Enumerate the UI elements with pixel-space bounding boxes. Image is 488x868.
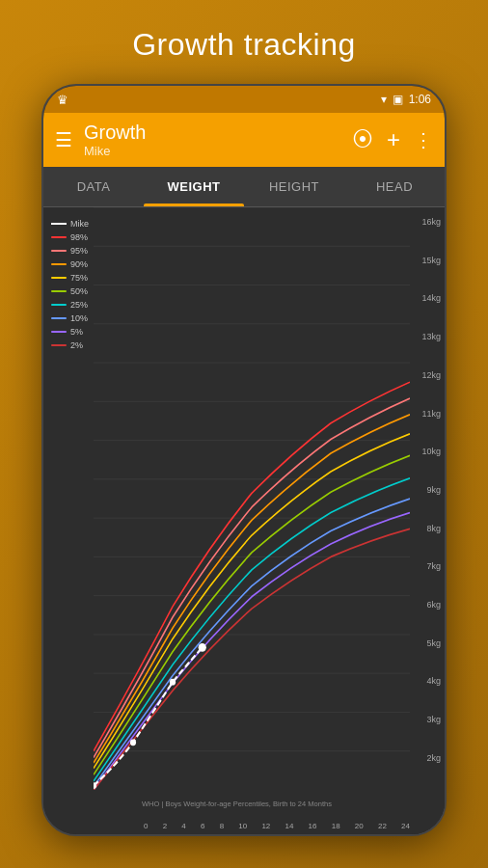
app-title: Growth bbox=[84, 121, 340, 144]
legend-item-75: 75% bbox=[51, 273, 88, 283]
tabs-bar: DATA WEIGHT HEIGHT HEAD bbox=[43, 167, 445, 207]
legend-item-90: 90% bbox=[51, 259, 88, 269]
y-label-12: 12kg bbox=[421, 370, 441, 380]
tab-weight[interactable]: WEIGHT bbox=[144, 166, 244, 206]
legend-item-2: 2% bbox=[51, 340, 88, 350]
app-subtitle: Mike bbox=[84, 144, 340, 159]
y-label-9: 9kg bbox=[426, 485, 441, 495]
y-axis: 16kg 15kg 14kg 13kg 12kg 11kg 10kg 9kg 8… bbox=[410, 207, 445, 790]
menu-icon[interactable]: ☰ bbox=[55, 128, 72, 151]
x-label-14: 14 bbox=[285, 822, 294, 830]
chart-subtitle: WHO | Boys Weight-for-age Percentiles, B… bbox=[94, 790, 445, 817]
legend-item-95: 95% bbox=[51, 246, 88, 256]
more-icon[interactable]: ⋮ bbox=[414, 128, 433, 151]
x-label-8: 8 bbox=[220, 822, 224, 830]
y-label-6: 6kg bbox=[426, 600, 441, 610]
signal-icon: ▣ bbox=[393, 93, 403, 106]
y-label-4: 4kg bbox=[426, 676, 441, 686]
tab-height[interactable]: HEIGHT bbox=[244, 166, 344, 206]
tab-head[interactable]: HEAD bbox=[344, 166, 445, 206]
y-label-10: 10kg bbox=[421, 447, 441, 456]
chart-area: Mike 98% 95% 90% 75% 50% bbox=[43, 207, 445, 834]
x-label-22: 22 bbox=[378, 822, 387, 830]
svg-point-17 bbox=[170, 679, 176, 686]
x-label-24: 24 bbox=[401, 822, 410, 830]
legend-item-5: 5% bbox=[51, 327, 88, 337]
page-title: Growth tracking bbox=[132, 0, 356, 84]
x-label-6: 6 bbox=[201, 822, 204, 830]
legend: Mike 98% 95% 90% 75% 50% bbox=[43, 207, 94, 834]
x-label-0: 0 bbox=[144, 822, 148, 830]
time-display: 1:06 bbox=[409, 93, 431, 106]
y-label-5: 5kg bbox=[426, 638, 441, 648]
y-label-15: 15kg bbox=[421, 256, 441, 265]
x-label-2: 2 bbox=[163, 822, 167, 830]
x-label-18: 18 bbox=[332, 822, 340, 830]
y-label-16: 16kg bbox=[421, 217, 441, 227]
legend-item-98: 98% bbox=[51, 232, 88, 242]
y-label-7: 7kg bbox=[426, 561, 441, 571]
y-label-14: 14kg bbox=[421, 293, 441, 303]
y-label-13: 13kg bbox=[421, 332, 441, 341]
x-label-16: 16 bbox=[309, 822, 317, 830]
x-axis: 0 2 4 6 8 10 12 14 16 18 20 22 24 bbox=[94, 817, 445, 834]
legend-item-mike: Mike bbox=[51, 219, 88, 229]
x-label-10: 10 bbox=[238, 822, 247, 830]
x-label-12: 12 bbox=[261, 822, 270, 830]
legend-item-10: 10% bbox=[51, 313, 88, 323]
legend-item-50: 50% bbox=[51, 286, 88, 296]
phone-shell: ♛ ▾ ▣ 1:06 ☰ Growth Mike ⦿ + ⋮ DATA WEIG… bbox=[41, 84, 447, 836]
y-label-8: 8kg bbox=[426, 524, 441, 533]
baby-icon[interactable]: ⦿ bbox=[352, 127, 373, 152]
tab-data[interactable]: DATA bbox=[43, 166, 144, 206]
legend-item-25: 25% bbox=[51, 300, 88, 310]
growth-chart bbox=[94, 207, 410, 790]
x-label-4: 4 bbox=[181, 822, 185, 830]
app-bar: ☰ Growth Mike ⦿ + ⋮ bbox=[43, 113, 445, 167]
svg-point-18 bbox=[199, 643, 206, 652]
svg-point-16 bbox=[130, 739, 136, 746]
crown-icon: ♛ bbox=[57, 93, 68, 107]
status-bar: ♛ ▾ ▣ 1:06 bbox=[43, 86, 445, 113]
x-label-20: 20 bbox=[355, 822, 364, 830]
add-button[interactable]: + bbox=[387, 126, 400, 153]
y-label-2: 2kg bbox=[426, 753, 441, 763]
wifi-icon: ▾ bbox=[381, 93, 387, 106]
y-label-3: 3kg bbox=[426, 715, 441, 724]
y-label-11: 11kg bbox=[421, 409, 441, 419]
